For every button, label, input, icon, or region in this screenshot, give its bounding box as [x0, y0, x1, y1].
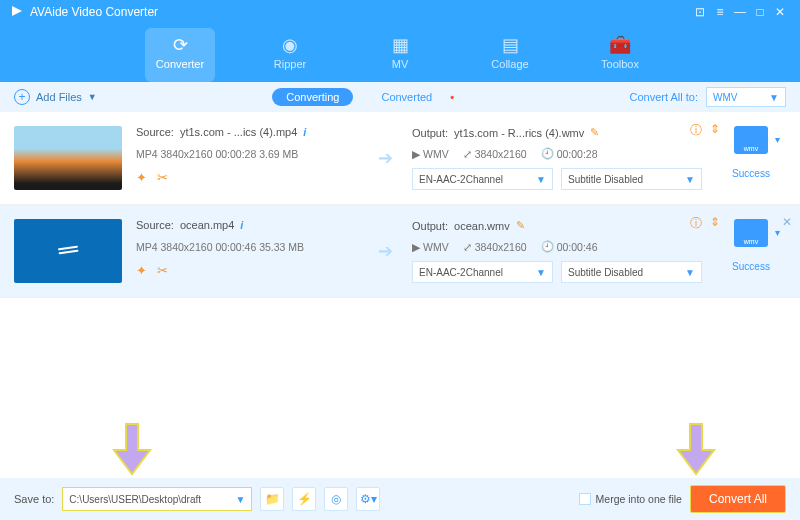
tab-converted[interactable]: Converted — [367, 88, 446, 106]
trim-icon[interactable]: ✂ — [157, 263, 168, 278]
info-icon[interactable]: ⓘ — [690, 122, 702, 139]
annotation-arrow-icon — [674, 422, 718, 476]
plus-icon: + — [14, 89, 30, 105]
output-format: ▶ WMV — [412, 148, 449, 160]
feedback-icon[interactable]: ⊡ — [690, 5, 710, 19]
gpu-accel-button[interactable]: ⚡ — [292, 487, 316, 511]
trim-icon[interactable]: ✂ — [157, 170, 168, 185]
status-label: Success — [716, 261, 786, 272]
arrow-right-icon: ➔ — [372, 147, 398, 169]
merge-checkbox[interactable]: Merge into one file — [579, 493, 682, 505]
source-filename: yt1s.com - ...ics (4).mp4 — [180, 126, 297, 138]
checkbox-icon — [579, 493, 591, 505]
minimize-icon[interactable]: — — [730, 5, 750, 19]
rename-icon[interactable]: ✎ — [516, 219, 525, 232]
ripper-icon: ◉ — [255, 32, 325, 58]
converter-icon: ⟳ — [145, 32, 215, 58]
file-item: Source: yt1s.com - ...ics (4).mp4 i MP4 … — [0, 112, 800, 205]
bottom-bar: Save to: C:\Users\USER\Desktop\draft▼ 📁 … — [0, 478, 800, 520]
tab-mv[interactable]: ▦MV — [365, 28, 435, 82]
tab-collage[interactable]: ▤Collage — [475, 28, 545, 82]
convert-all-button[interactable]: Convert All — [690, 485, 786, 513]
high-speed-button[interactable]: ◎ — [324, 487, 348, 511]
info-icon[interactable]: i — [303, 126, 306, 138]
add-files-button[interactable]: + Add Files ▼ — [14, 89, 97, 105]
file-item: ✕ Source: ocean.mp4 i MP4 3840x2160 00:0… — [0, 205, 800, 298]
subtitle-select[interactable]: Subtitle Disabled▼ — [561, 261, 702, 283]
subtitle-select[interactable]: Subtitle Disabled▼ — [561, 168, 702, 190]
effects-icon[interactable]: ✦ — [136, 170, 147, 185]
close-icon[interactable]: ✕ — [770, 5, 790, 19]
convert-all-to: Convert All to: WMV▼ — [630, 87, 786, 107]
compress-icon[interactable]: ⇕ — [710, 215, 720, 232]
titlebar: AVAide Video Converter ⊡ ≡ — □ ✕ — [0, 0, 800, 24]
maximize-icon[interactable]: □ — [750, 5, 770, 19]
tab-converting[interactable]: Converting — [272, 88, 353, 106]
audio-track-select[interactable]: EN-AAC-2Channel▼ — [412, 261, 553, 283]
mv-icon: ▦ — [365, 32, 435, 58]
info-icon[interactable]: ⓘ — [690, 215, 702, 232]
toolbox-icon: 🧰 — [585, 32, 655, 58]
status-label: Success — [716, 168, 786, 179]
annotation-arrow-icon — [110, 422, 154, 476]
app-logo-icon — [10, 4, 24, 21]
file-list: Source: yt1s.com - ...ics (4).mp4 i MP4 … — [0, 112, 800, 298]
tab-ripper[interactable]: ◉Ripper — [255, 28, 325, 82]
output-filename: ocean.wmv — [454, 220, 510, 232]
sub-bar: + Add Files ▼ Converting Converted • Con… — [0, 82, 800, 112]
open-folder-button[interactable]: 📁 — [260, 487, 284, 511]
thumbnail[interactable] — [14, 219, 122, 283]
output-format-button[interactable]: wmv — [734, 219, 768, 247]
rename-icon[interactable]: ✎ — [590, 126, 599, 139]
output-filename: yt1s.com - R...rics (4).wmv — [454, 127, 584, 139]
audio-track-select[interactable]: EN-AAC-2Channel▼ — [412, 168, 553, 190]
arrow-right-icon: ➔ — [372, 240, 398, 262]
output-duration: 🕘 00:00:46 — [541, 240, 598, 253]
save-path-select[interactable]: C:\Users\USER\Desktop\draft▼ — [62, 487, 252, 511]
compress-icon[interactable]: ⇕ — [710, 122, 720, 139]
app-title: AVAide Video Converter — [30, 5, 158, 19]
badge-dot-icon: • — [450, 91, 454, 103]
tab-toolbox[interactable]: 🧰Toolbox — [585, 28, 655, 82]
collage-icon: ▤ — [475, 32, 545, 58]
effects-icon[interactable]: ✦ — [136, 263, 147, 278]
output-duration: 🕘 00:00:28 — [541, 147, 598, 160]
main-nav: ⟳Converter ◉Ripper ▦MV ▤Collage 🧰Toolbox — [0, 24, 800, 82]
output-format-button[interactable]: wmv — [734, 126, 768, 154]
remove-item-icon[interactable]: ✕ — [782, 215, 792, 229]
save-to-label: Save to: — [14, 493, 54, 505]
tab-converter[interactable]: ⟳Converter — [145, 28, 215, 82]
output-format: ▶ WMV — [412, 241, 449, 253]
source-filename: ocean.mp4 — [180, 219, 234, 231]
settings-button[interactable]: ⚙▾ — [356, 487, 380, 511]
menu-icon[interactable]: ≡ — [710, 5, 730, 19]
source-meta: MP4 3840x2160 00:00:46 35.33 MB — [136, 241, 358, 253]
thumbnail[interactable] — [14, 126, 122, 190]
info-icon[interactable]: i — [240, 219, 243, 231]
output-resolution: ⤢ 3840x2160 — [463, 148, 527, 160]
output-resolution: ⤢ 3840x2160 — [463, 241, 527, 253]
chevron-down-icon: ▼ — [769, 92, 779, 103]
chevron-down-icon: ▼ — [88, 92, 97, 102]
convert-all-format-select[interactable]: WMV▼ — [706, 87, 786, 107]
source-meta: MP4 3840x2160 00:00:28 3.69 MB — [136, 148, 358, 160]
queue-tabs: Converting Converted • — [272, 88, 454, 106]
